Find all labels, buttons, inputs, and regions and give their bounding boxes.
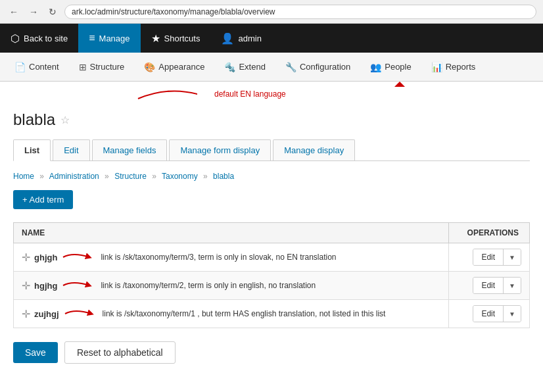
reload-button[interactable]: ↻ <box>46 5 59 18</box>
structure-icon: ⊞ <box>79 62 87 72</box>
table-row: ✛ hgjhg link is /taxonomy/term/2, term i… <box>14 272 530 300</box>
add-term-button[interactable]: + Add term <box>13 190 73 209</box>
row2-edit-group: Edit ▼ <box>473 277 521 294</box>
breadcrumb: Home » Administration » Structure » Taxo… <box>13 172 530 181</box>
row1-edit-button[interactable]: Edit <box>473 249 504 265</box>
nav-appearance[interactable]: 🎨 Appearance <box>135 57 214 78</box>
toolbar-admin[interactable]: 👤 admin <box>210 24 272 53</box>
term-note-3: link is /sk/taxonomy/term/1 , but term H… <box>103 309 386 318</box>
menu-icon: ≡ <box>89 32 95 44</box>
nav-bar: 📄 Content ⊞ Structure 🎨 Appearance 🔩 Ext… <box>0 53 543 82</box>
nav-content[interactable]: 📄 Content <box>5 57 68 78</box>
breadcrumb-administration[interactable]: Administration <box>49 172 99 181</box>
toolbar-shortcuts-label: Shortcuts <box>164 34 201 43</box>
lang-notice: default EN language <box>204 87 296 101</box>
tab-edit[interactable]: Edit <box>53 139 89 160</box>
tab-manage-display[interactable]: Manage display <box>273 139 355 160</box>
row3-edit-group: Edit ▼ <box>473 305 521 322</box>
bookmark-icon[interactable]: ☆ <box>60 114 70 126</box>
arrow-svg-3 <box>62 307 95 320</box>
reports-icon: 📊 <box>431 62 442 72</box>
browser-bar: ← → ↻ ark.loc/admin/structure/taxonomy/m… <box>0 0 543 24</box>
term-note-2: link is /taxonomy/term/2, term is only i… <box>101 281 316 290</box>
row3-edit-button[interactable]: Edit <box>473 306 504 322</box>
content-icon: 📄 <box>14 62 26 72</box>
terms-table: NAME OPERATIONS ✛ ghjgh <box>13 222 530 328</box>
toolbar-manage[interactable]: ≡ Manage <box>78 24 140 53</box>
toolbar-shortcuts[interactable]: ★ Shortcuts <box>141 24 211 53</box>
star-icon: ★ <box>151 32 160 45</box>
nav-extend[interactable]: 🔩 Extend <box>215 57 274 78</box>
breadcrumb-sep-1: » <box>39 172 44 181</box>
nav-configuration-label: Configuration <box>300 62 350 72</box>
nav-reports[interactable]: 📊 Reports <box>422 57 485 78</box>
term-name-2: hgjhg <box>34 281 57 291</box>
term-name-1: ghjgh <box>34 253 57 262</box>
page-content: blabla ☆ List Edit Manage fields Manage … <box>0 100 543 374</box>
breadcrumb-taxonomy[interactable]: Taxonomy <box>162 172 198 181</box>
row3-name-cell: ✛ zujhgj link is /sk/taxonomy/term/1 , b… <box>14 300 449 328</box>
table-row: ✛ zujhgj link is /sk/taxonomy/term/1 , b… <box>14 300 530 328</box>
lang-notice-row: default EN language <box>0 82 543 100</box>
row3-dropdown-button[interactable]: ▼ <box>504 306 521 322</box>
toolbar-back-label: Back to site <box>24 34 68 43</box>
tab-manage-fields[interactable]: Manage fields <box>92 139 168 160</box>
row2-edit-button[interactable]: Edit <box>473 278 504 293</box>
nav-people-label: People <box>385 62 411 72</box>
nav-people[interactable]: 👥 People <box>361 57 420 78</box>
nav-extend-label: Extend <box>239 62 265 72</box>
row1-dropdown-button[interactable]: ▼ <box>504 249 521 265</box>
tab-list[interactable]: List <box>13 139 51 161</box>
breadcrumb-sep-2: » <box>105 172 109 181</box>
nav-structure[interactable]: ⊞ Structure <box>70 57 134 78</box>
config-icon: 🔧 <box>285 62 296 72</box>
row1-edit-group: Edit ▼ <box>473 249 521 266</box>
col-ops-header: OPERATIONS <box>449 223 530 243</box>
reset-button[interactable]: Reset to alphabetical <box>64 341 176 364</box>
nav-appearance-label: Appearance <box>158 62 204 72</box>
drag-handle-1[interactable]: ✛ <box>22 251 30 264</box>
nav-configuration[interactable]: 🔧 Configuration <box>276 57 360 78</box>
row1-ops-cell: Edit ▼ <box>449 243 530 272</box>
drag-handle-3[interactable]: ✛ <box>22 308 30 320</box>
breadcrumb-sep-3: » <box>152 172 156 181</box>
url-bar[interactable]: ark.loc/admin/structure/taxonomy/manage/… <box>64 5 536 19</box>
bottom-actions: Save Reset to alphabetical <box>13 341 530 364</box>
breadcrumb-blabla[interactable]: blabla <box>213 172 234 181</box>
table-row: ✛ ghjgh link is /sk/taxonomy/term/3, ter… <box>14 243 530 272</box>
col-name-header: NAME <box>14 223 449 243</box>
tab-manage-form-display[interactable]: Manage form display <box>169 139 271 160</box>
arrow-svg-1 <box>60 251 93 264</box>
save-button[interactable]: Save <box>13 342 58 363</box>
breadcrumb-sep-4: » <box>203 172 208 181</box>
page-title-row: blabla ☆ <box>13 110 530 129</box>
nav-content-label: Content <box>29 62 59 72</box>
appearance-icon: 🎨 <box>144 62 155 72</box>
term-name-3: zujhgj <box>34 309 59 319</box>
toolbar-manage-label: Manage <box>99 34 130 43</box>
user-icon: 👤 <box>221 32 234 45</box>
lang-arrow-svg <box>0 82 197 100</box>
page-title: blabla <box>13 110 55 129</box>
tabs: List Edit Manage fields Manage form disp… <box>13 139 530 161</box>
breadcrumb-structure[interactable]: Structure <box>114 172 147 181</box>
nav-reports-label: Reports <box>446 62 476 72</box>
extend-icon: 🔩 <box>224 62 235 72</box>
row3-ops-cell: Edit ▼ <box>449 300 530 328</box>
row2-dropdown-button[interactable]: ▼ <box>504 278 521 293</box>
admin-toolbar: ⬡ Back to site ≡ Manage ★ Shortcuts 👤 ad… <box>0 24 543 53</box>
breadcrumb-home[interactable]: Home <box>13 172 34 181</box>
toolbar-back-to-site[interactable]: ⬡ Back to site <box>0 24 78 53</box>
row1-name-cell: ✛ ghjgh link is /sk/taxonomy/term/3, ter… <box>14 243 449 272</box>
arrow-svg-2 <box>60 279 93 292</box>
home-icon: ⬡ <box>11 32 20 45</box>
back-button[interactable]: ← <box>7 5 21 18</box>
term-note-1: link is /sk/taxonomy/term/3, term is onl… <box>101 253 336 262</box>
row2-ops-cell: Edit ▼ <box>449 272 530 300</box>
forward-button[interactable]: → <box>26 5 41 18</box>
row2-name-cell: ✛ hgjhg link is /taxonomy/term/2, term i… <box>14 272 449 300</box>
nav-structure-label: Structure <box>90 62 125 72</box>
drag-handle-2[interactable]: ✛ <box>22 280 30 292</box>
people-icon: 👥 <box>370 62 381 72</box>
toolbar-admin-label: admin <box>238 34 261 43</box>
